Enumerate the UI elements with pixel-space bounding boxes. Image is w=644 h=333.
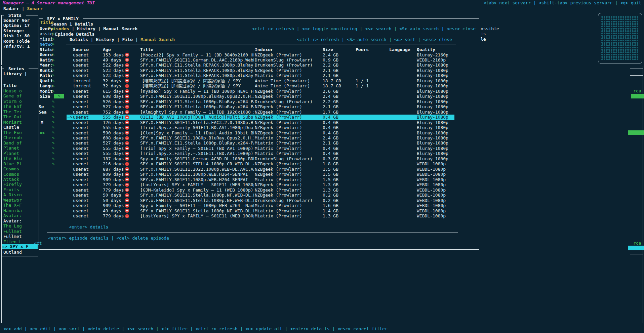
column-header-quality[interactable]: Quality (417, 47, 435, 52)
release-row[interactable]: usenet526 daysSPY.x.FAMILY.E11.Stella.10… (67, 99, 454, 105)
series-item[interactable]: House o (3, 88, 22, 94)
tab-sonarr[interactable]: Sonarr (27, 6, 43, 11)
series-item[interactable]: Chernob (3, 135, 22, 140)
release-indexer: Miatrix (Prowlarr) (255, 177, 302, 182)
rejected-icon (125, 84, 129, 88)
season-tab-manual-search[interactable]: Manual Search (103, 26, 137, 31)
bottom-keybinds: <a> add | <e> edit | <o> sort | <del> de… (3, 326, 388, 332)
episode-tab-file[interactable]: File (122, 37, 133, 42)
episode-tab-history[interactable]: History (96, 37, 114, 42)
release-row[interactable]: usenet887 daysSPY.x.FAMILY.S01E11.2022.1… (67, 167, 454, 172)
release-size: 1.3 GB (323, 182, 338, 188)
series-item[interactable]: The Enf (3, 104, 22, 109)
series-item[interactable]: A Disco (3, 192, 22, 198)
release-row[interactable]: usenet50 daysSPY.x.FAMILY.S01E11.Stella.… (67, 193, 454, 198)
rejected-icon (125, 198, 129, 202)
column-header-title[interactable]: Title (140, 47, 153, 52)
release-row[interactable]: usenet523 daysSPY.x.FAMILY.E11.Stella.RE… (67, 68, 454, 73)
release-size: 1.4 GB (323, 208, 338, 214)
series-item[interactable]: Hanniba (3, 208, 22, 213)
series-item[interactable]: Cosmos (3, 172, 19, 177)
release-row[interactable]: usenet555 days[Trix].Spy.x.Family.–.S01E… (67, 151, 454, 156)
column-header-peers[interactable]: Peers (356, 47, 369, 52)
series-library-tab[interactable]: Library | (3, 71, 27, 77)
series-item[interactable]: Fullmet (3, 234, 22, 239)
release-row[interactable]: usenet779 days[LostYears] SPY x FAMILY –… (67, 182, 454, 188)
background-fragment: Langu (40, 83, 53, 89)
series-item[interactable]: The X-F (3, 203, 22, 208)
release-indexer: Miatrix (Prowlarr) (255, 213, 302, 219)
series-item[interactable]: Storm o (3, 99, 22, 104)
series-item[interactable]: Firefly (3, 182, 22, 187)
release-row[interactable]: usenet523 daysSPY.x.FAMILY.E11.Stella.RE… (67, 73, 454, 78)
monitored-icon: ✎ (52, 52, 54, 57)
episode-tab-manual-search[interactable]: Manual Search (140, 37, 175, 42)
release-row[interactable]: usenet527 daysSPY.x.FAMILY.E11.Stella.10… (67, 104, 454, 110)
rejected-icon (125, 209, 129, 213)
release-row[interactable]: usenet608 daysSPY.x.FAMILY.S01E11.1080p.… (67, 135, 454, 141)
series-item[interactable]: The Leg (3, 223, 22, 229)
series-item[interactable]: The Ter (3, 109, 22, 115)
series-item[interactable]: The Exo (3, 130, 22, 135)
column-header-source[interactable]: Source (73, 47, 89, 52)
release-source: usenet (73, 203, 89, 208)
column-header-indexer[interactable]: Indexer (255, 47, 273, 52)
monitored-icon: ✎ (52, 135, 54, 141)
series-item[interactable]: Outland (3, 250, 22, 255)
release-row[interactable]: usenet590 days[Cleo]Spy x Family – 11 (D… (67, 130, 454, 136)
release-row[interactable]: torrent32 days【喵萌奶茶屋】[间谍过家家 / 间谍家家酒 / SP… (67, 83, 454, 89)
rejected-icon (125, 53, 129, 57)
series-item[interactable]: Avatar: (3, 218, 22, 224)
release-row[interactable]: usenet909 daysSPY.x.FAMILY.S01E11.1080p.… (67, 177, 454, 182)
series-item[interactable]: The Out (3, 114, 22, 120)
background-fragment: Size (40, 94, 50, 99)
release-row[interactable]: usenet555 days[Trix] Spy x Family – S01E… (67, 146, 454, 151)
release-row[interactable]: usenet555 days[Trix].Spy.x.Family–S01E11… (67, 125, 454, 130)
series-item[interactable]: The Blu (3, 156, 22, 161)
release-row[interactable]: usenet608 daysSPY.x.FAMILY.S01E11.1080p.… (67, 94, 454, 99)
series-item[interactable]: Planet (3, 151, 19, 156)
release-row[interactable]: usenet779 days[GJM-Kaleido] Spy x Family… (67, 188, 454, 193)
column-header-age[interactable]: Age (103, 47, 111, 52)
release-row[interactable]: usenet909 daysSpy x Family – S01E11 – 10… (67, 203, 454, 208)
release-row[interactable]: usenet522 daysSPY.x.FAMILY.E11.Stella.RE… (67, 63, 454, 68)
tab-radarr[interactable]: Radarr (3, 6, 19, 11)
series-item[interactable]: Avatar: (3, 213, 22, 218)
release-row[interactable]: usenet126 daysSPY.X.FAMILY.S01E11.Stella… (67, 120, 454, 125)
release-row[interactable]: usenet527 daysSPY.x.FAMILY.E11.Stella.10… (67, 140, 454, 146)
release-source: usenet (73, 52, 89, 58)
series-item[interactable]: Planet (3, 145, 19, 151)
column-header-language[interactable]: Language (389, 47, 410, 52)
series-item[interactable]: Game of (3, 93, 22, 99)
series-item[interactable]: Blue Pl (3, 161, 22, 167)
release-row[interactable]: =>usenet555 days01E11 (BD AV1 1080p)[Dua… (67, 115, 454, 120)
release-row[interactable]: usenet50 daysSPY.x.FAMILY.S01E11.Stella.… (67, 198, 454, 203)
season-keybinds: <ctrl-r> refresh | <m> toggle monitoring… (252, 26, 476, 32)
release-row[interactable]: usenet187 daysSpy.x.Family.S01E11.German… (67, 156, 454, 162)
series-item[interactable]: Attack (3, 177, 19, 182)
monitored-icon: ✎ (52, 47, 54, 52)
release-row[interactable]: usenet615 days[nyadex] Spy x Family – 11… (67, 89, 454, 94)
release-source: usenet (73, 104, 89, 110)
series-item[interactable]: Fullmet (3, 229, 22, 234)
series-item[interactable]: Band of (3, 140, 22, 146)
series-item-selected[interactable]: => SPY x F (2, 244, 38, 249)
series-item[interactable]: Castle (3, 125, 19, 130)
series-item[interactable]: Fruits (3, 187, 19, 193)
release-row[interactable]: usenet153 days[Moozzi2] Spy x Family – 1… (67, 52, 454, 58)
release-row[interactable]: usenet909 daysSPY.x.FAMILY.S01E11.1080p.… (67, 172, 454, 177)
release-indexer: Anime Time (Prowlarr) (255, 83, 310, 89)
series-item[interactable]: Cosmos (3, 166, 19, 172)
release-row[interactable]: usenet49 daysSPY x FAMILY S01E11 Stella … (67, 208, 454, 214)
column-header-size[interactable]: Size (323, 47, 333, 52)
release-row[interactable]: usenet49 daysSPY.x.FAMILY.S01E11.German.… (67, 57, 454, 63)
rejected-icon (125, 89, 129, 93)
release-row[interactable]: usenet752 days[Almighty] Spy x Family – … (67, 110, 454, 115)
release-row[interactable]: usenet216 daysSPY.x.FAMILY.S01E11.STELLA… (67, 161, 454, 167)
release-row[interactable]: usenet779 days[LostYears] SPY x FAMILY –… (67, 213, 454, 219)
season-tab-history[interactable]: History (77, 26, 95, 31)
series-item[interactable]: Westwor (3, 198, 22, 203)
episode-tab-details[interactable]: Details (70, 37, 88, 42)
series-item[interactable]: Moriart (3, 120, 22, 125)
release-row[interactable]: torrent32 days【喵萌奶茶屋】[間諜過家家 / 間諜家家酒 / SP… (67, 78, 454, 84)
